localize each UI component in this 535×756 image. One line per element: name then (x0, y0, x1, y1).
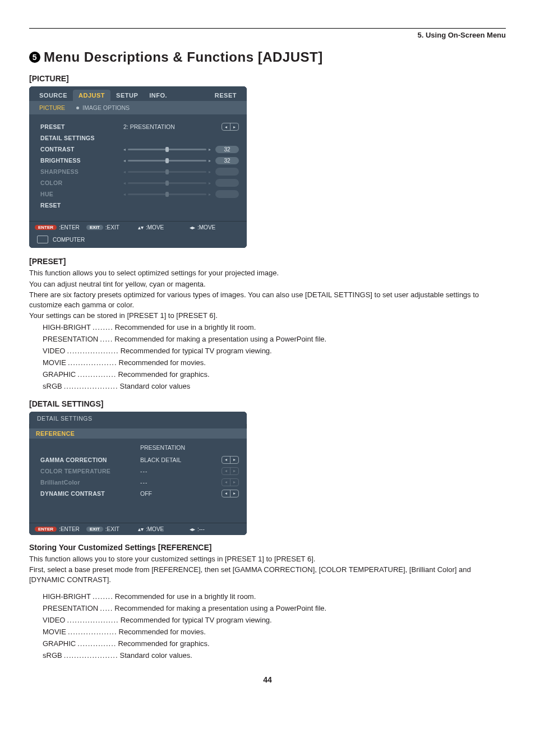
enter-key-icon: ENTER (35, 527, 57, 532)
osd2-titlebar: DETAIL SETTINGS (29, 412, 247, 424)
label-color-temp: COLOR TEMPERATURE (40, 468, 136, 474)
osd-sub-tabs: PICTURE IMAGE OPTIONS (29, 101, 247, 114)
hint-exit: EXIT:EXIT (86, 224, 138, 231)
tab-spacer (173, 96, 209, 101)
hint2-move-ud: ▴▾:MOVE (138, 526, 190, 532)
hint-enter: ENTER:ENTER (35, 224, 86, 231)
label-hue: HUE (40, 191, 119, 197)
desc-term: PRESENTATION (43, 604, 98, 612)
subtab-picture[interactable]: PICTURE (34, 103, 71, 112)
preset-list: HIGH-BRIGHT........Recommended for use i… (43, 323, 506, 390)
label-sharpness: SHARPNESS (40, 168, 119, 175)
enter-key-icon: ENTER (35, 225, 57, 230)
hint2-move-lr: ◂▸:--- (190, 526, 241, 532)
desc-row: MOVIE...................Recommended for … (43, 628, 506, 636)
desc-text: Recommended for movies. (119, 358, 206, 367)
picture-heading: [PICTURE] (29, 74, 506, 83)
desc-row: MOVIE...................Recommended for … (43, 358, 506, 367)
row-contrast[interactable]: CONTRAST ◂▸ 32 (40, 144, 239, 155)
row-reset[interactable]: RESET (40, 200, 239, 211)
source-label: COMPUTER (53, 237, 85, 243)
desc-term: PRESENTATION (43, 335, 98, 343)
value-gamma: BLACK DETAIL (140, 457, 217, 463)
label-detail: DETAIL SETTINGS (40, 135, 119, 141)
desc-row: HIGH-BRIGHT........Recommended for use i… (43, 323, 506, 331)
desc-text: Recommended for typical TV program viewi… (121, 616, 272, 624)
updown-icon: ▴▾ (138, 224, 144, 231)
dynamic-contrast-stepper[interactable]: ◂▸ (222, 490, 239, 497)
row-preset[interactable]: PRESET 2: PRESENTATION ◂▸ (40, 121, 239, 132)
osd-adjust-picture: SOURCE ADJUST SETUP INFO. RESET PICTURE … (29, 86, 247, 248)
desc-row: sRGB.....................Standard color … (43, 382, 506, 390)
right-tri-icon: ▸ (209, 147, 211, 152)
preset-heading: [PRESET] (29, 257, 506, 266)
label-brilliant-color: BrilliantColor (40, 479, 136, 486)
desc-text: Recommended for graphics. (118, 370, 209, 379)
desc-dots: ..................... (64, 651, 118, 660)
right-tri-icon: ▸ (209, 158, 211, 163)
row-brilliant-color: BrilliantColor --- ◂▸ (40, 477, 239, 488)
computer-icon (37, 236, 48, 243)
value-contrast: 32 (215, 146, 239, 153)
page: 5. Using On-Screen Menu 5 Menu Descripti… (0, 0, 535, 707)
slider-brightness[interactable]: ◂▸ (123, 158, 211, 163)
desc-dots: ..... (100, 604, 113, 612)
tab-source[interactable]: SOURCE (34, 90, 73, 101)
label-contrast: CONTRAST (40, 146, 119, 153)
desc-dots: ........ (93, 323, 113, 331)
row-color: COLOR ◂▸ (40, 177, 239, 188)
tab-setup[interactable]: SETUP (110, 90, 144, 101)
desc-dots: .................... (67, 616, 118, 624)
slider-sharpness: ◂▸ (123, 169, 211, 174)
subtab-image-options[interactable]: IMAGE OPTIONS (71, 103, 135, 112)
row-gamma[interactable]: GAMMA CORRECTION BLACK DETAIL ◂▸ (40, 454, 239, 465)
label-brightness: BRIGHTNESS (40, 157, 119, 164)
label-dynamic-contrast: DYNAMIC CONTRAST (40, 490, 136, 497)
value-dynamic-contrast: OFF (140, 490, 217, 497)
detail-settings-heading: [DETAIL SETTINGS] (29, 399, 506, 408)
desc-text: Standard color values. (120, 651, 192, 660)
desc-dots: ................... (68, 358, 117, 367)
updown-icon: ▴▾ (138, 526, 144, 532)
value-sharpness (215, 168, 239, 176)
desc-row: PRESENTATION.....Recommended for making … (43, 335, 506, 343)
osd-main-tabs: SOURCE ADJUST SETUP INFO. RESET (29, 86, 247, 101)
color-temp-stepper: ◂▸ (222, 467, 239, 475)
gamma-stepper[interactable]: ◂▸ (222, 456, 239, 464)
desc-text: Recommended for typical TV program viewi… (121, 347, 272, 355)
desc-term: MOVIE (43, 358, 66, 367)
desc-text: Recommended for use in a brightly lit ro… (115, 592, 256, 601)
desc-row: VIDEO....................Recommended for… (43, 347, 506, 355)
section-title-text: Menu Descriptions & Functions [ADJUST] (44, 49, 323, 65)
tab-reset[interactable]: RESET (209, 90, 242, 101)
row-sharpness: SHARPNESS ◂▸ (40, 166, 239, 177)
exit-key-icon: EXIT (86, 225, 103, 230)
tab-adjust[interactable]: ADJUST (73, 90, 110, 101)
brilliant-stepper: ◂▸ (222, 478, 239, 486)
desc-row: HIGH-BRIGHT........Recommended for use i… (43, 592, 506, 601)
subtab-image-options-label: IMAGE OPTIONS (82, 104, 130, 111)
row-detail-settings[interactable]: DETAIL SETTINGS (40, 132, 239, 144)
value-color (215, 179, 239, 187)
desc-dots: ........ (93, 592, 113, 601)
desc-term: VIDEO (43, 616, 65, 624)
reference-p1: This function allows you to store your c… (29, 554, 506, 564)
row-reference-value: . PRESENTATION (40, 442, 239, 453)
desc-dots: ..................... (64, 382, 118, 390)
reference-heading: Storing Your Customized Settings [REFERE… (29, 543, 506, 552)
desc-dots: .................... (67, 347, 118, 355)
label-preset: PRESET (40, 123, 119, 130)
osd2-reference-tab[interactable]: REFERENCE (29, 428, 247, 439)
desc-row: sRGB.....................Standard color … (43, 651, 506, 660)
right-arrow-icon: ▸ (230, 123, 238, 130)
slider-contrast[interactable]: ◂▸ (123, 147, 211, 152)
reference-list: HIGH-BRIGHT........Recommended for use i… (43, 592, 506, 660)
preset-stepper[interactable]: ◂▸ (222, 123, 239, 131)
tab-info[interactable]: INFO. (144, 90, 173, 101)
desc-term: sRGB (43, 651, 62, 660)
row-brightness[interactable]: BRIGHTNESS ◂▸ 32 (40, 155, 239, 166)
desc-term: MOVIE (43, 628, 66, 636)
row-dynamic-contrast[interactable]: DYNAMIC CONTRAST OFF ◂▸ (40, 488, 239, 499)
leftright-icon: ◂▸ (190, 224, 195, 231)
section-number-bullet: 5 (29, 52, 40, 63)
